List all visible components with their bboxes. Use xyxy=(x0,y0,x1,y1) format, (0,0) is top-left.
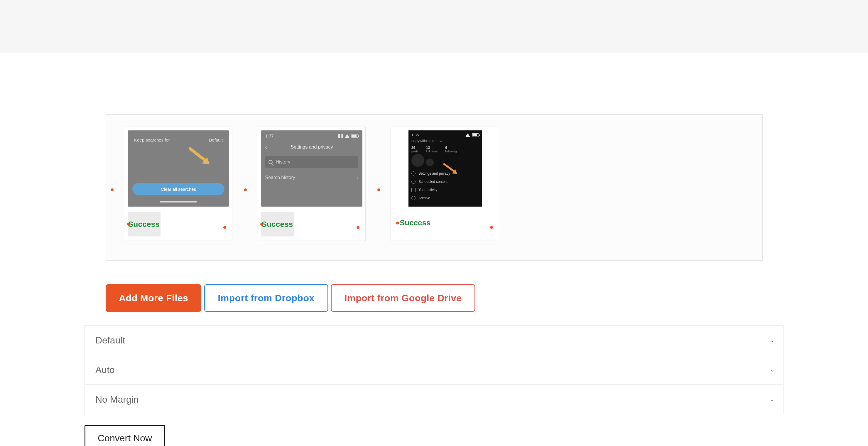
remove-handle-icon[interactable] xyxy=(490,226,493,229)
options-group: Default ⌄ Auto ⌄ No Margin ⌄ xyxy=(85,325,783,414)
menu-item: Scheduled content xyxy=(418,180,447,184)
thumb-header: Settings and privacy xyxy=(290,144,333,150)
upload-tile[interactable]: 1:36 copywithrocket ⌄ 26posts xyxy=(391,127,499,241)
status-icons xyxy=(465,133,479,137)
thumb-stats: 26posts 13followers 6following xyxy=(411,146,479,153)
thumb-time: 1:37 xyxy=(265,133,274,138)
reorder-handle-icon[interactable] xyxy=(111,188,114,191)
upload-status: Success xyxy=(400,218,431,228)
avatar-icon xyxy=(426,159,434,166)
upload-tile[interactable]: Keep searches for Default Clear all sear… xyxy=(124,127,232,241)
thumb-label: Default xyxy=(209,137,223,142)
chevron-down-icon: ⌄ xyxy=(770,396,774,403)
archive-icon xyxy=(411,196,415,200)
margin-select[interactable]: No Margin ⌄ xyxy=(85,384,783,414)
thumb-label: Keep searches for xyxy=(134,137,170,142)
status-pad: Success xyxy=(128,212,160,237)
thumb-time: 1:36 xyxy=(411,133,419,137)
status-pad: Success xyxy=(261,212,294,237)
thumb-handle: copywithrocket xyxy=(411,139,437,143)
chevron-right-icon: › xyxy=(356,174,358,180)
status-dot-icon xyxy=(396,221,399,225)
annotation-arrow-icon xyxy=(188,146,209,164)
clock-icon xyxy=(411,180,415,184)
select-value: Auto xyxy=(95,365,115,375)
upload-status: Success xyxy=(261,220,293,229)
thumb-cta: Clear all searches xyxy=(132,183,224,195)
remove-handle-icon[interactable] xyxy=(223,226,226,229)
orientation-select[interactable]: Auto ⌄ xyxy=(85,355,783,385)
reorder-handle-icon[interactable] xyxy=(377,188,380,191)
menu-item: Settings and privacy xyxy=(418,171,450,175)
reorder-handle-icon[interactable] xyxy=(244,188,247,191)
upload-thumbnail: Keep searches for Default Clear all sear… xyxy=(128,130,229,207)
status-icons xyxy=(338,133,358,138)
avatar-icon xyxy=(411,154,424,167)
home-indicator-icon xyxy=(160,201,197,203)
battery-icon xyxy=(472,133,479,137)
chevron-down-icon: ⌄ xyxy=(440,139,443,143)
back-icon: ‹ xyxy=(265,144,267,150)
upload-status: Success xyxy=(128,220,160,229)
thumb-search: History xyxy=(265,156,358,168)
gear-icon xyxy=(411,171,415,175)
select-value: No Margin xyxy=(95,394,139,405)
chevron-down-icon: ⌄ xyxy=(770,337,774,343)
import-actions: Add More Files Import from Dropbox Impor… xyxy=(106,284,475,312)
upload-thumbnail: 1:36 copywithrocket ⌄ 26posts xyxy=(394,130,496,207)
thumb-search-placeholder: History xyxy=(276,160,290,165)
thumb-row-label: Search history xyxy=(265,175,295,180)
convert-now-button[interactable]: Convert Now xyxy=(85,425,165,446)
search-icon xyxy=(269,160,273,164)
select-value: Default xyxy=(95,335,125,346)
wifi-icon xyxy=(465,133,470,137)
signal-icon xyxy=(338,134,343,138)
quality-select[interactable]: Default ⌄ xyxy=(85,325,783,355)
top-banner xyxy=(0,0,868,53)
upload-thumbnail: 1:37 ‹ Settings and privacy History xyxy=(261,130,363,207)
menu-item: Your activity xyxy=(418,188,437,192)
menu-item: Archive xyxy=(418,196,430,200)
wifi-icon xyxy=(345,134,349,138)
import-gdrive-button[interactable]: Import from Google Drive xyxy=(331,284,475,312)
chevron-down-icon: ⌄ xyxy=(770,367,774,373)
converter-card: Keep searches for Default Clear all sear… xyxy=(47,70,821,446)
add-more-files-button[interactable]: Add More Files xyxy=(106,284,201,312)
upload-tile[interactable]: 1:37 ‹ Settings and privacy History xyxy=(257,127,366,241)
battery-icon xyxy=(351,134,358,138)
import-dropbox-button[interactable]: Import from Dropbox xyxy=(204,284,328,312)
activity-icon xyxy=(411,188,415,192)
uploads-container: Keep searches for Default Clear all sear… xyxy=(106,114,763,261)
